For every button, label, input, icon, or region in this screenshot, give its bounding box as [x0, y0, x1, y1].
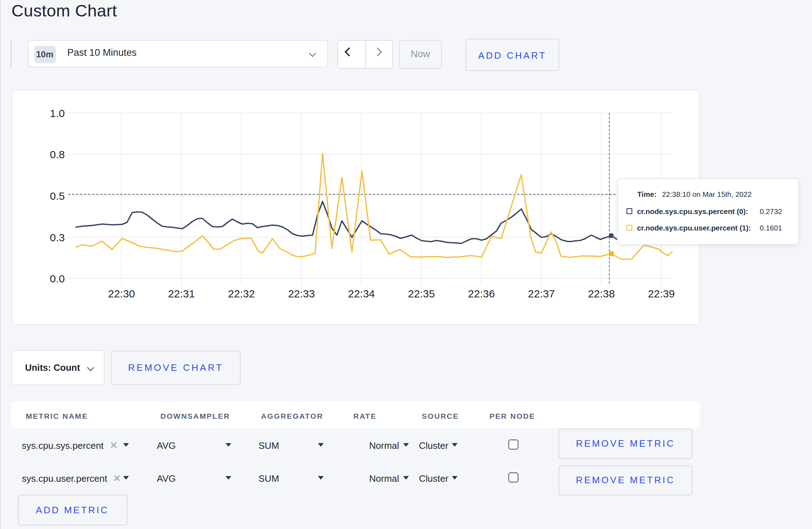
svg-text:0.8: 0.8 [50, 149, 65, 160]
svg-text:22:34: 22:34 [348, 288, 375, 300]
svg-text:22:39: 22:39 [648, 288, 675, 300]
svg-text:22:38: 22:38 [588, 288, 615, 300]
svg-text:0.0: 0.0 [50, 273, 65, 285]
svg-text:22:36: 22:36 [468, 288, 495, 300]
svg-text:22:31: 22:31 [168, 288, 195, 300]
svg-text:0.5: 0.5 [50, 190, 65, 202]
svg-text:22:32: 22:32 [228, 288, 255, 300]
svg-text:22:33: 22:33 [288, 288, 315, 300]
svg-text:0.3: 0.3 [50, 232, 65, 243]
svg-text:22:30: 22:30 [108, 288, 135, 300]
svg-text:1.0: 1.0 [50, 107, 65, 119]
svg-text:22:35: 22:35 [408, 288, 435, 300]
svg-text:22:37: 22:37 [528, 288, 555, 300]
